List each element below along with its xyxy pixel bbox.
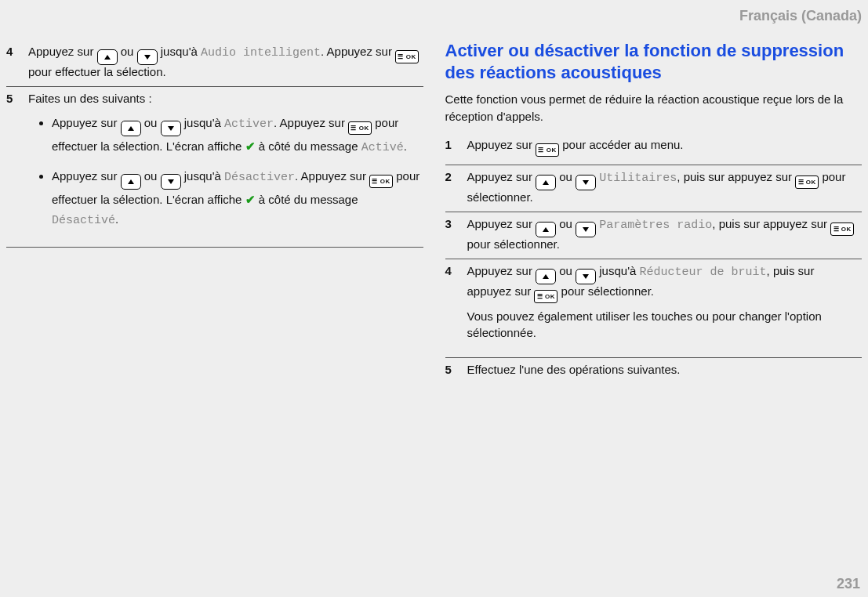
- menu-label: Paramètres radio: [599, 219, 712, 232]
- text: .: [404, 139, 407, 153]
- svg-marker-6: [543, 180, 549, 185]
- button-ok-icon: ☰ OK: [348, 121, 372, 135]
- text: ou: [144, 116, 158, 129]
- text: jusqu'à: [184, 116, 221, 129]
- button-ok-icon: ☰ OK: [395, 50, 419, 63]
- left-step-5: 5 Faites un des suivants : Appuyez sur o…: [6, 87, 423, 248]
- button-down-icon: [576, 269, 596, 284]
- button-down-icon: [576, 175, 596, 190]
- button-ok-icon: ☰ OK: [534, 290, 557, 303]
- svg-marker-3: [168, 126, 174, 131]
- text: .: [274, 116, 277, 129]
- button-ok-icon: ☰ OK: [536, 143, 559, 157]
- text: Appuyez sur: [467, 264, 532, 277]
- step-number: 4: [445, 264, 459, 350]
- button-ok-icon: ☰ OK: [369, 175, 393, 188]
- section-intro: Cette fonction vous permet de réduire la…: [445, 91, 863, 125]
- step-body: Appuyez sur ou Utilitaires, puis sur app…: [467, 170, 863, 204]
- step-number: 4: [6, 45, 20, 78]
- step-number: 5: [6, 92, 20, 239]
- step-body: Appuyez sur ou Paramètres radio, puis su…: [467, 217, 863, 251]
- menu-label: Réducteur de bruit: [640, 266, 767, 279]
- right-step-3: 3 Appuyez sur ou Paramètres radio, puis …: [445, 212, 863, 259]
- step-body: Faites un des suivants : Appuyez sur ou …: [28, 92, 423, 239]
- button-up-icon: [121, 121, 141, 136]
- text: jusqu'à: [599, 264, 636, 277]
- svg-marker-0: [104, 55, 111, 60]
- svg-marker-8: [543, 227, 549, 232]
- checkmark-icon: ✔: [245, 190, 256, 210]
- text: jusqu'à: [184, 169, 221, 183]
- text: à côté du message: [259, 139, 358, 153]
- text: Appuyez sur: [301, 169, 366, 183]
- button-up-icon: [536, 269, 556, 284]
- right-step-1: 1 Appuyez sur ☰ OK pour accéder au menu.: [445, 133, 863, 165]
- button-ok-icon: ☰ OK: [830, 223, 854, 236]
- checkmark-icon: ✔: [245, 136, 256, 157]
- button-down-icon: [161, 174, 181, 190]
- text: Appuyez sur: [467, 170, 532, 183]
- text: ou: [144, 169, 158, 183]
- text: Appuyez sur: [52, 116, 117, 129]
- section-heading: Activer ou désactiver la fonction de sup…: [445, 40, 863, 83]
- svg-marker-7: [583, 180, 589, 185]
- button-up-icon: [97, 49, 118, 65]
- text: ou: [559, 170, 572, 183]
- button-ok-icon: ☰ OK: [795, 175, 819, 189]
- document-page: Français (Canada) 4 Appuyez sur ou jusqu…: [0, 0, 868, 597]
- left-step-4: 4 Appuyez sur ou jusqu'à Audio intellige…: [6, 40, 423, 87]
- text: à côté du message: [259, 193, 358, 206]
- text: , puis sur appuyez sur: [712, 217, 827, 230]
- step-body: Appuyez sur ou jusqu'à Réducteur de brui…: [467, 264, 863, 350]
- text: pour effectuer la sélection.: [28, 65, 166, 78]
- text: Appuyez sur: [52, 169, 117, 183]
- svg-marker-11: [583, 274, 589, 279]
- menu-label: Utilitaires: [599, 172, 677, 185]
- button-down-icon: [137, 49, 158, 65]
- text: Appuyez sur: [28, 45, 93, 58]
- button-up-icon: [536, 175, 556, 190]
- text: ou: [559, 264, 572, 277]
- text: ou: [559, 217, 572, 230]
- column-layout: 4 Appuyez sur ou jusqu'à Audio intellige…: [6, 40, 862, 384]
- text: .: [295, 169, 298, 183]
- menu-label: Désactiver: [224, 171, 295, 184]
- text: pour sélectionner.: [467, 237, 560, 251]
- text: Effectuez l'une des opérations suivantes…: [467, 363, 681, 376]
- step-body: Appuyez sur ou jusqu'à Audio intelligent…: [28, 45, 423, 78]
- list-item: Appuyez sur ou jusqu'à Désactiver. Appuy…: [52, 166, 423, 231]
- menu-label: Audio intelligent: [201, 46, 321, 60]
- button-up-icon: [121, 174, 141, 190]
- text: .: [115, 212, 118, 226]
- right-step-2: 2 Appuyez sur ou Utilitaires, puis sur a…: [445, 165, 863, 212]
- button-up-icon: [536, 222, 556, 237]
- button-down-icon: [161, 121, 181, 136]
- text: Appuyez sur: [467, 138, 532, 151]
- step-number: 5: [445, 363, 459, 376]
- text: Faites un des suivants :: [28, 92, 152, 105]
- svg-marker-2: [128, 126, 134, 131]
- header-locale: Français (Canada): [6, 8, 862, 24]
- menu-label: Activé: [361, 141, 404, 154]
- right-step-4: 4 Appuyez sur ou jusqu'à Réducteur de br…: [445, 259, 863, 359]
- text: Vous pouvez également utiliser les touch…: [467, 308, 863, 342]
- step-body: Appuyez sur ☰ OK pour accéder au menu.: [467, 138, 863, 157]
- step-number: 1: [445, 138, 459, 157]
- page-number: 231: [837, 576, 860, 592]
- svg-marker-4: [128, 179, 134, 184]
- step-body: Effectuez l'une des opérations suivantes…: [467, 363, 863, 376]
- text: ou: [121, 45, 134, 58]
- svg-marker-9: [583, 227, 589, 232]
- text: . Appuyez sur: [321, 45, 392, 58]
- svg-marker-5: [168, 179, 174, 184]
- menu-label: Activer: [224, 118, 274, 131]
- button-down-icon: [576, 222, 596, 237]
- text: , puis sur appuyez sur: [677, 170, 792, 183]
- text: Appuyez sur: [280, 116, 345, 129]
- text: Appuyez sur: [467, 217, 532, 230]
- list-item: Appuyez sur ou jusqu'à Activer. Appuyez …: [52, 113, 423, 158]
- svg-marker-1: [144, 55, 151, 60]
- right-step-5: 5 Effectuez l'une des opérations suivant…: [445, 358, 863, 384]
- menu-label: Désactivé: [52, 214, 115, 227]
- step-number: 2: [445, 170, 459, 204]
